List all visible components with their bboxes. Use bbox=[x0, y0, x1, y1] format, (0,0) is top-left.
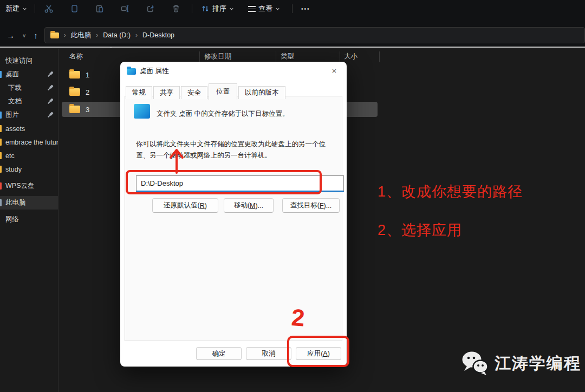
sidebar-item-label: 网络 bbox=[5, 215, 19, 224]
toolbar-separator bbox=[35, 4, 35, 13]
scissors-icon bbox=[44, 4, 54, 14]
sidebar-item-label: 图片 bbox=[5, 110, 19, 120]
sidebar-item-assets[interactable]: assets bbox=[0, 122, 58, 135]
column-header-date-modified[interactable]: 修改日期 bbox=[204, 52, 231, 61]
sidebar-item-downloads[interactable]: 下载 bbox=[0, 81, 58, 95]
new-button[interactable]: 新建 bbox=[5, 4, 27, 14]
annotation-path-highlight-box bbox=[126, 170, 322, 194]
view-list-icon bbox=[248, 6, 256, 12]
close-icon[interactable]: × bbox=[328, 64, 340, 76]
tab-location[interactable]: 位置 bbox=[209, 83, 237, 100]
sidebar-item-label: etc bbox=[5, 152, 15, 160]
button-label: )... bbox=[256, 202, 264, 210]
dialog-tabs: 常规 共享 安全 位置 以前的版本 bbox=[126, 83, 287, 99]
folder-icon bbox=[69, 106, 80, 113]
sidebar-item-desktop[interactable]: 桌面 bbox=[0, 68, 58, 81]
paste-button[interactable] bbox=[95, 4, 105, 14]
column-header-name[interactable]: 名称 bbox=[69, 52, 83, 61]
desktop-icon bbox=[0, 71, 2, 78]
button-label: 移动( bbox=[234, 201, 250, 210]
annotation-apply-highlight-box bbox=[287, 336, 349, 367]
sidebar-item-embrace-the-future[interactable]: embrace the futur bbox=[0, 135, 58, 149]
restore-default-button[interactable]: 还原默认值(R) bbox=[152, 198, 218, 213]
sidebar-item-wps-cloud[interactable]: WPS云盘 bbox=[0, 179, 58, 193]
folder-icon bbox=[69, 88, 80, 96]
folder-icon bbox=[0, 125, 2, 132]
breadcrumb-this-pc[interactable]: 此电脑 bbox=[71, 31, 92, 40]
ok-button[interactable]: 确定 bbox=[196, 347, 242, 360]
file-explorer-window: 新建 排序 查看 bbox=[0, 0, 585, 392]
sidebar-item-quick-access[interactable]: 快速访问 bbox=[0, 54, 58, 68]
computer-icon bbox=[0, 199, 2, 206]
breadcrumb-current-folder[interactable]: D-Desktop bbox=[142, 31, 174, 39]
cut-button[interactable] bbox=[44, 4, 54, 14]
desktop-folder-icon bbox=[127, 68, 136, 75]
tab-sharing[interactable]: 共享 bbox=[153, 86, 180, 99]
sidebar-item-documents[interactable]: 文档 bbox=[0, 95, 58, 108]
location-tab-page: 文件夹 桌面 中的文件存储于以下目标位置。 你可以将此文件夹中文件存储的位置更改… bbox=[125, 96, 342, 341]
more-options-button[interactable]: ••• bbox=[301, 4, 310, 14]
location-description-line1: 你可以将此文件夹中文件存储的位置更改为此硬盘上的另一个位 bbox=[136, 140, 326, 149]
column-divider[interactable] bbox=[340, 51, 340, 62]
button-mnemonic: R bbox=[200, 202, 205, 210]
tab-security[interactable]: 安全 bbox=[181, 86, 207, 99]
sidebar-item-label: 下载 bbox=[8, 83, 22, 93]
ellipsis-icon: ••• bbox=[301, 6, 310, 12]
copy-icon bbox=[69, 4, 79, 14]
sidebar-item-label: 桌面 bbox=[5, 70, 19, 79]
button-label: ) bbox=[205, 202, 207, 210]
navigation-pane: 快速访问 桌面 下载 文档 图片 assets embrace the futu… bbox=[0, 54, 58, 226]
sort-arrows-icon bbox=[201, 4, 210, 13]
share-button[interactable] bbox=[146, 4, 155, 14]
find-target-button[interactable]: 查找目标(F)... bbox=[282, 198, 340, 213]
button-mnemonic: F bbox=[320, 202, 324, 210]
delete-button[interactable] bbox=[171, 4, 181, 14]
move-button[interactable]: 移动(M)... bbox=[224, 198, 274, 213]
column-divider[interactable] bbox=[199, 51, 200, 62]
annotation-digit-2: 2 bbox=[290, 304, 306, 332]
sort-button[interactable]: 排序 bbox=[201, 4, 234, 14]
share-icon bbox=[146, 4, 155, 14]
breadcrumb-drive-d[interactable]: Data (D:) bbox=[103, 31, 131, 39]
folder-icon bbox=[0, 152, 2, 159]
wechat-icon bbox=[460, 350, 490, 377]
column-divider[interactable] bbox=[276, 51, 276, 62]
chevron-down-icon bbox=[229, 6, 234, 11]
column-header-size[interactable]: 大小 bbox=[344, 52, 358, 61]
sidebar-item-etc[interactable]: etc bbox=[0, 149, 58, 162]
rename-button[interactable] bbox=[120, 4, 130, 14]
button-label: )... bbox=[324, 202, 332, 210]
up-button[interactable]: ↑ bbox=[34, 31, 38, 40]
file-name: 3 bbox=[86, 106, 89, 114]
sidebar-item-pictures[interactable]: 图片 bbox=[0, 108, 58, 122]
chevron-down-icon bbox=[22, 6, 27, 11]
address-bar-row: → ∨ ↑ › 此电脑 › Data (D:) › D-Desktop bbox=[0, 26, 585, 44]
tab-previous-versions[interactable]: 以前的版本 bbox=[238, 86, 285, 99]
sort-ascending-icon: ˆ bbox=[110, 47, 112, 54]
dialog-titlebar: 桌面 属性 bbox=[127, 67, 168, 76]
sort-button-label: 排序 bbox=[212, 4, 226, 14]
dialog-title: 桌面 属性 bbox=[140, 67, 168, 76]
file-name: 2 bbox=[86, 88, 89, 96]
copy-button[interactable] bbox=[69, 4, 79, 14]
sidebar-item-study[interactable]: study bbox=[0, 162, 58, 176]
wps-cloud-icon bbox=[0, 182, 2, 190]
view-button[interactable]: 查看 bbox=[248, 4, 280, 14]
folder-icon bbox=[69, 71, 80, 79]
annotation-step1-text: 1、改成你想要的路径 bbox=[378, 182, 523, 201]
column-divider[interactable] bbox=[379, 51, 380, 62]
sidebar-item-label: 文档 bbox=[8, 97, 22, 106]
pane-divider bbox=[58, 49, 58, 392]
sidebar-item-network[interactable]: 网络 bbox=[0, 213, 58, 226]
watermark-text: 江涛学编程 bbox=[495, 352, 581, 375]
pin-icon bbox=[46, 70, 55, 79]
history-dropdown-button[interactable]: ∨ bbox=[22, 32, 26, 38]
folder-icon bbox=[0, 139, 2, 146]
column-header-type[interactable]: 类型 bbox=[281, 52, 294, 61]
cancel-button[interactable]: 取消 bbox=[246, 347, 291, 360]
sidebar-item-this-pc[interactable]: 此电脑 bbox=[0, 196, 58, 210]
toolbar-separator bbox=[292, 4, 292, 13]
sidebar-item-label: WPS云盘 bbox=[5, 181, 34, 191]
tab-general[interactable]: 常规 bbox=[126, 86, 152, 99]
forward-button[interactable]: → bbox=[6, 31, 15, 40]
